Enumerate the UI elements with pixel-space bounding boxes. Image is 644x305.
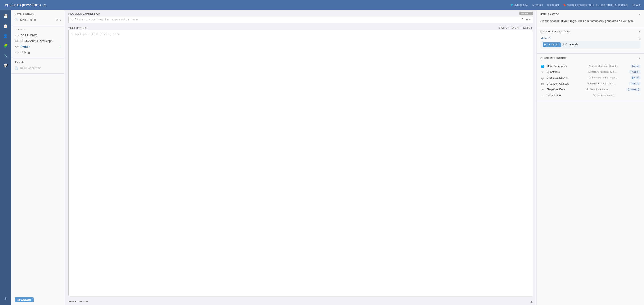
qr-substitution-icon: ≈ [540, 94, 544, 97]
flavor-python[interactable]: </> Python ✓ [15, 44, 61, 49]
main-container: 💾 📋 👤 🧩 🔧 💬 $ SAVE & SHARE 📄 Save Regex … [0, 10, 644, 305]
nav-chat-button[interactable]: 💬 [1, 61, 10, 70]
match-detail-row: Full match 0-5 aaaab [540, 41, 640, 48]
qr-flags-label: Flags/Modifiers [547, 88, 584, 91]
regex-input-wrap: ir" insert your regular expression here … [68, 16, 533, 23]
qr-group-label: Group Constructs [547, 76, 586, 79]
match-information-section: MATCH INFORMATION ▾ Match 1 ⎘ Full match… [537, 27, 644, 54]
match-value: aaaab [570, 43, 578, 47]
regex-section-label: REGULAR EXPRESSION [68, 10, 100, 15]
explanation-header[interactable]: EXPLANATION ▾ [537, 10, 644, 19]
code-gen-icon: 📄 [15, 66, 18, 69]
test-string-label: TEST STRING [68, 25, 86, 29]
qr-flags-modifiers[interactable]: ⚑ Flags/Modifiers A character in the ra.… [537, 87, 644, 93]
bug-reports-link[interactable]: 🔖 A single character of: a, b...bug repo… [563, 3, 628, 6]
qr-quantifiers-label: Quantifiers [547, 70, 586, 74]
explanation-title: EXPLANATION [540, 13, 560, 16]
nav-dollar-button[interactable]: $ [1, 294, 10, 303]
qr-substitution-badge [638, 94, 640, 94]
nav-wrench-button[interactable]: 🔧 [1, 51, 10, 60]
tools-section: TOOLS 📄 Code Generator [11, 58, 65, 74]
logo: regular expressions 101 [4, 3, 46, 7]
nav-list-button[interactable]: 📋 [1, 21, 10, 30]
code-icon-golang: </> [15, 51, 18, 54]
qr-charclass-badge: [^a-z] [629, 82, 640, 85]
quick-reference-body: 🌐 Meta Sequences A single character of: … [537, 63, 644, 100]
substitution-collapse-button[interactable]: ▲ [530, 300, 533, 303]
regex-delim-end: " [522, 18, 523, 21]
explanation-chevron-icon: ▾ [639, 12, 640, 16]
qr-meta-label: Meta Sequences [547, 65, 586, 68]
quick-reference-title: QUICK REFERENCE [540, 57, 567, 59]
center-panel: REGULAR EXPRESSION no match ir" insert y… [65, 10, 536, 305]
nav-puzzle-button[interactable]: 🧩 [1, 41, 10, 50]
match-information-body: Match 1 ⎘ Full match 0-5 aaaab [537, 36, 644, 53]
qr-character-classes[interactable]: ⊞ Character Classes A character not in t… [537, 81, 644, 87]
sponsor-button[interactable]: SPONSOR [15, 298, 34, 302]
match-information-chevron-icon: ▾ [639, 30, 640, 33]
qr-meta-sequences[interactable]: 🌐 Meta Sequences A single character of: … [537, 63, 644, 69]
logo-expressions: expressions [17, 3, 41, 7]
wiki-link[interactable]: 🏛 wiki [632, 3, 640, 6]
save-file-icon: 📄 [15, 18, 18, 21]
qr-group-icon: ◎ [540, 76, 544, 80]
qr-charclass-icon: ⊞ [540, 82, 544, 86]
explanation-body: An explanation of your regex will be aut… [537, 19, 644, 27]
qr-group-constructs[interactable]: ◎ Group Constructs A character in the ra… [537, 75, 644, 81]
qr-meta-badge: [abc] [631, 65, 640, 68]
qr-meta-hint: A single character of: a, b... [589, 65, 628, 67]
qr-substitution[interactable]: ≈ Substitution Any single character [537, 93, 644, 98]
match-information-title: MATCH INFORMATION [540, 30, 570, 33]
logo-regular: regular [4, 3, 16, 7]
logo-version: 101 [42, 4, 46, 7]
twitter-link[interactable]: 🐦 @regex101 [510, 3, 528, 6]
copy-match-icon[interactable]: ⎘ [639, 36, 640, 41]
flavor-ecma[interactable]: </> ECMAScript (JavaScript) [15, 38, 61, 44]
test-string-input[interactable] [68, 30, 533, 296]
qr-substitution-hint: Any single character [592, 94, 636, 96]
icon-bar: 💾 📋 👤 🧩 🔧 💬 $ [0, 10, 11, 305]
explanation-text: An explanation of your regex will be aut… [540, 19, 634, 22]
nav-user-button[interactable]: 👤 [1, 31, 10, 40]
code-generator-button[interactable]: 📄 Code Generator [15, 65, 61, 71]
flag-icon[interactable]: ⚑ [529, 18, 530, 21]
qr-flags-badge: [a-zA-Z] [626, 88, 640, 91]
top-nav: regular expressions 101 🐦 @regex101 $ do… [0, 0, 644, 10]
right-panel: EXPLANATION ▾ An explanation of your reg… [536, 10, 644, 305]
switch-unit-tests-button[interactable]: SWITCH TO UNIT TESTS ▶ [499, 25, 533, 29]
save-regex-label: Save Regex [20, 18, 36, 21]
substitution-section: SUBSTITUTION ▲ [65, 298, 536, 305]
regex-header: REGULAR EXPRESSION no match [68, 10, 533, 15]
arrow-right-icon: ▶ [531, 25, 533, 29]
tools-title: TOOLS [15, 61, 61, 63]
full-match-badge: Full match [543, 42, 560, 47]
qr-flags-icon: ⚑ [540, 88, 544, 91]
regex-placeholder: insert your regular expression here [76, 18, 521, 21]
qr-quantifiers[interactable]: ✳ Quantifiers A character except: a, b .… [537, 69, 644, 75]
flavor-title: FLAVOR [15, 28, 61, 31]
save-regex-button[interactable]: 📄 Save Regex ⌘+s [15, 17, 61, 22]
explanation-section: EXPLANATION ▾ An explanation of your reg… [537, 10, 644, 27]
match-1-link[interactable]: Match 1 [540, 36, 551, 40]
python-check-icon: ✓ [59, 45, 61, 48]
contact-link[interactable]: ✉ contact [547, 3, 559, 6]
flavor-pcre[interactable]: </> PCRE (PHP) [15, 33, 61, 38]
regex-flags: gm ⚑ [524, 18, 530, 21]
nav-save-button[interactable]: 💾 [1, 12, 10, 20]
quick-reference-header[interactable]: QUICK REFERENCE ▾ [537, 54, 644, 63]
flavor-golang[interactable]: </> Golang [15, 49, 61, 55]
save-share-section: SAVE & SHARE 📄 Save Regex ⌘+s [11, 10, 65, 25]
save-shortcut: ⌘+s [56, 18, 61, 21]
qr-substitution-label: Substitution [547, 94, 590, 97]
qr-charclass-hint: A character not in the r... [588, 82, 627, 85]
qr-quantifiers-icon: ✳ [540, 70, 544, 74]
qr-meta-icon: 🌐 [540, 65, 544, 68]
test-section: TEST STRING SWITCH TO UNIT TESTS ▶ [65, 25, 536, 298]
code-icon-python: </> [15, 45, 18, 48]
save-share-title: SAVE & SHARE [15, 12, 61, 15]
nav-links: 🐦 @regex101 $ donate ✉ contact 🔖 A singl… [510, 3, 640, 6]
code-icon-ecma: </> [15, 39, 18, 43]
donate-link[interactable]: $ donate [532, 3, 543, 6]
match-information-header[interactable]: MATCH INFORMATION ▾ [537, 27, 644, 36]
match-item: Match 1 ⎘ Full match 0-5 aaaab [540, 36, 640, 48]
